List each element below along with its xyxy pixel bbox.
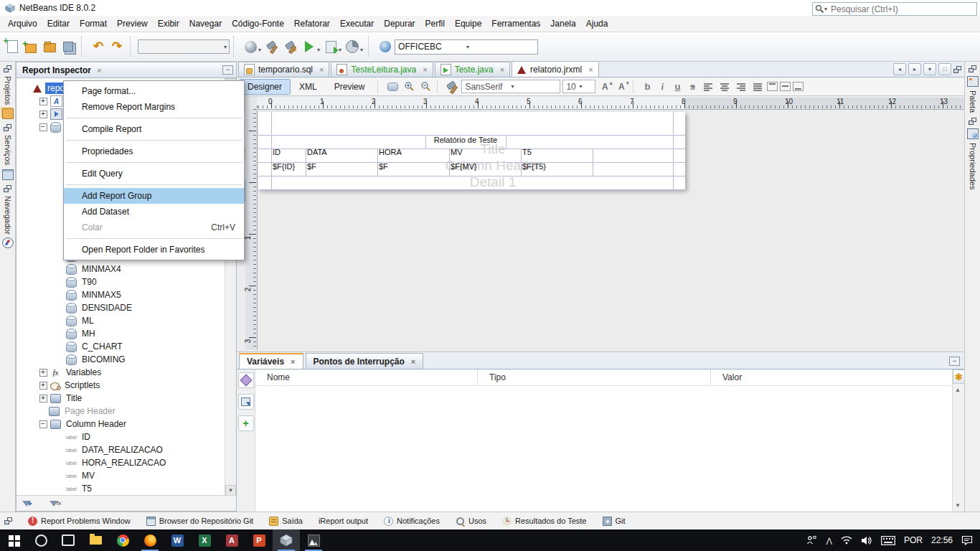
bottom-panel-tab[interactable]: Pontos de Interrupção × xyxy=(306,353,424,369)
notification-center-icon[interactable] xyxy=(961,535,973,545)
tab-list-dropdown-icon[interactable]: ▾ xyxy=(923,63,936,75)
taskbar-app-button[interactable] xyxy=(0,529,27,551)
tree-row[interactable]: Column Header xyxy=(17,418,225,430)
table-column-header[interactable]: Valor xyxy=(711,369,953,385)
detail-field-cell[interactable]: $F{ID} xyxy=(273,162,295,171)
tree-row[interactable]: MH xyxy=(17,327,225,340)
open-project-button[interactable] xyxy=(40,37,59,57)
view-mode-button[interactable]: Designer xyxy=(239,79,291,95)
search-options-caret-icon[interactable]: ▾ xyxy=(824,6,827,12)
context-menu-item[interactable] xyxy=(64,137,244,143)
column-header-cell[interactable]: ID xyxy=(273,148,281,156)
clean-build-button[interactable] xyxy=(281,37,300,57)
menu-item[interactable]: Perfil xyxy=(420,17,450,31)
save-all-button[interactable] xyxy=(59,37,77,57)
menu-item[interactable]: Código-Fonte xyxy=(227,17,289,31)
context-menu-item[interactable]: Compile Report xyxy=(64,121,244,137)
taskbar-app-button[interactable]: A xyxy=(218,529,245,551)
scroll-tabs-left-icon[interactable]: ◂ xyxy=(893,63,906,75)
taskbar-app-button[interactable] xyxy=(273,529,300,551)
context-menu-item[interactable]: Propriedades xyxy=(64,143,244,159)
project-group-combo[interactable]: ▾ xyxy=(138,39,230,54)
volume-icon[interactable] xyxy=(861,536,872,545)
close-tab-icon[interactable]: × xyxy=(319,65,324,74)
tree-expander-icon[interactable] xyxy=(39,420,47,428)
view-mode-button[interactable]: Preview xyxy=(326,79,374,95)
report-query-button[interactable] xyxy=(385,80,400,94)
scroll-down-icon[interactable]: ▼ xyxy=(955,502,961,509)
status-bar-item[interactable]: Git xyxy=(603,517,626,526)
menu-item[interactable]: Ajuda xyxy=(581,17,613,31)
keyboard-icon[interactable] xyxy=(881,536,895,545)
new-project-button[interactable] xyxy=(22,37,40,57)
ireport-tool-button[interactable] xyxy=(376,37,395,57)
quick-search[interactable]: ▾ xyxy=(812,2,977,16)
wifi-icon[interactable] xyxy=(841,536,852,545)
report-wizard-button[interactable] xyxy=(445,80,459,94)
tree-row[interactable]: T5 xyxy=(17,482,225,495)
align-center-button[interactable] xyxy=(717,80,732,94)
tree-row[interactable]: MV xyxy=(17,469,225,482)
tree-expander-icon[interactable] xyxy=(39,382,47,390)
build-project-button[interactable] xyxy=(263,37,281,57)
search-icon[interactable]: ▾ xyxy=(813,4,829,14)
dock-tab[interactable]: Propriedades xyxy=(967,118,979,189)
context-menu-item[interactable] xyxy=(64,235,244,242)
table-column-header[interactable]: Nome xyxy=(255,369,478,385)
add-watch-button[interactable]: + xyxy=(238,415,254,431)
tree-row[interactable]: T90 xyxy=(17,276,225,288)
tree-row[interactable]: Scriptlets xyxy=(17,379,225,392)
close-tab-icon[interactable]: × xyxy=(291,357,295,366)
taskbar-app-button[interactable] xyxy=(82,529,109,551)
tree-row[interactable]: Variables xyxy=(17,366,225,379)
detail-field-cell[interactable]: $F xyxy=(307,162,316,171)
tree-row[interactable]: MINMAX5 xyxy=(17,288,225,301)
close-tab-icon[interactable]: × xyxy=(411,357,415,366)
run-project-button[interactable] xyxy=(300,37,319,57)
context-menu-item[interactable]: Open Report Folder in Favorites xyxy=(64,242,244,258)
menu-item[interactable]: Exibir xyxy=(153,17,184,31)
column-header-cell[interactable]: HORA xyxy=(379,148,402,156)
dock-tab[interactable]: Paleta xyxy=(967,65,979,113)
minimize-panel-icon[interactable]: − xyxy=(222,65,233,75)
menu-item[interactable]: Editar xyxy=(42,17,75,31)
taskbar-app-button[interactable] xyxy=(27,529,55,551)
people-icon[interactable] xyxy=(806,535,818,545)
valign-bottom-button[interactable] xyxy=(793,82,804,91)
taskbar-app-button[interactable] xyxy=(109,529,136,551)
column-header-cell[interactable]: DATA xyxy=(307,148,327,156)
view-mode-button[interactable]: XML xyxy=(291,79,326,95)
undo-button[interactable]: ↶ xyxy=(89,37,108,57)
tree-row[interactable]: C_CHART xyxy=(17,340,225,353)
design-canvas[interactable]: 012345678910111213 123 TitleColumn Heade… xyxy=(237,96,964,350)
open-window-button[interactable] xyxy=(238,394,254,410)
clock[interactable]: 22:56 xyxy=(931,535,953,545)
status-bar-item[interactable]: Saída xyxy=(269,517,303,526)
close-tab-icon[interactable]: × xyxy=(97,66,101,75)
scroll-up-icon[interactable]: ▲ xyxy=(955,387,961,393)
menu-item[interactable]: Refatorar xyxy=(289,17,335,31)
menu-item[interactable]: Executar xyxy=(335,17,379,31)
font-family-combo[interactable]: SansSerif▾ xyxy=(461,80,560,93)
align-left-button[interactable] xyxy=(701,80,715,94)
dock-tab[interactable]: Projetos xyxy=(2,65,14,119)
underline-button[interactable]: u xyxy=(671,81,684,92)
close-tab-icon[interactable]: × xyxy=(588,65,593,74)
configuration-combo[interactable]: OFFICEBC▾ xyxy=(395,39,538,55)
status-bar-item[interactable]: Usos xyxy=(456,517,486,526)
dock-tab[interactable]: Serviços xyxy=(2,124,14,179)
tree-expander-icon[interactable] xyxy=(39,123,47,131)
set-configuration-button[interactable] xyxy=(241,37,260,57)
tree-row[interactable]: Title xyxy=(17,392,225,405)
close-tab-icon[interactable]: × xyxy=(500,65,504,74)
tree-row[interactable]: ML xyxy=(17,314,225,327)
context-menu-item[interactable]: Add Report Group xyxy=(64,188,244,204)
detail-field-cell[interactable]: $F{MV} xyxy=(451,162,477,171)
float-window-icon[interactable] xyxy=(953,66,961,73)
dock-window-icon[interactable] xyxy=(4,517,12,524)
redo-button[interactable]: ↷ xyxy=(108,37,126,57)
editor-tab[interactable]: TesteLeitura.java × xyxy=(331,62,433,77)
context-menu-item[interactable]: Add Dataset xyxy=(64,204,244,220)
tree-row[interactable]: MINMAX4 xyxy=(17,263,225,276)
show-hidden-icons-icon[interactable]: ⋀ xyxy=(826,537,832,545)
